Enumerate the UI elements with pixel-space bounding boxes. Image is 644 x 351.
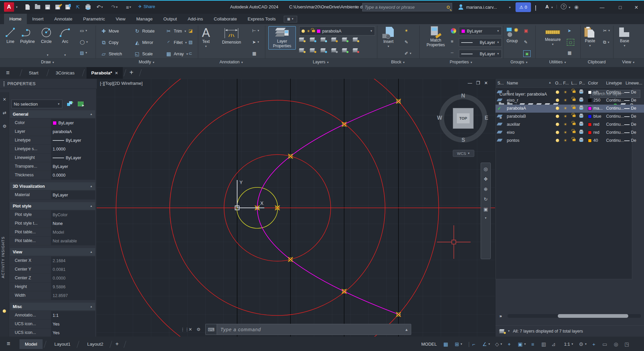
viewport-minimize-icon[interactable]: —: [466, 80, 474, 85]
viewport-close-icon[interactable]: ✕: [482, 80, 490, 85]
prop-row-plot-table-attached[interactable]: Plot table...Model: [10, 228, 95, 237]
section-view[interactable]: View▲: [10, 248, 95, 256]
create-block-tool[interactable]: ✶: [405, 28, 408, 33]
layer-prev-tool[interactable]: [331, 48, 337, 52]
dimension-style-tool[interactable]: ⊢▼: [252, 28, 260, 33]
filter-toggle-icon[interactable]: [499, 329, 505, 333]
activity-insights-tab[interactable]: ACTIVITY INSIGHTS: [1, 236, 5, 278]
prop-row-plot-style-table[interactable]: Plot style t...None: [10, 219, 95, 228]
snap-mode-toggle[interactable]: ⊞▼: [455, 340, 463, 348]
window-maximize-button[interactable]: □: [612, 1, 628, 14]
leader-tool[interactable]: ➤▼: [252, 40, 260, 45]
qat-save-button[interactable]: [44, 4, 52, 10]
prop-row-width[interactable]: Width12.8597: [10, 291, 95, 300]
section-plot-style[interactable]: Plot style▲: [10, 202, 95, 210]
copy-clip-tool[interactable]: ⧉▼: [603, 40, 610, 45]
selection-cycling-toggle[interactable]: ▥: [541, 340, 546, 348]
window-close-button[interactable]: ✕: [629, 1, 644, 14]
palette-close-icon[interactable]: ✕: [0, 97, 9, 102]
layer-properties-button[interactable]: Layer Properties: [268, 26, 296, 50]
fillet-tool[interactable]: ◜Fillet▼: [166, 40, 187, 46]
layer-on-icon[interactable]: [556, 131, 559, 134]
ribbon-tab-manage[interactable]: Manage: [131, 14, 158, 24]
title-expand-icon[interactable]: ▸: [356, 5, 358, 9]
select-all-tool[interactable]: ▢: [567, 39, 574, 46]
layer-plot-icon[interactable]: [579, 91, 583, 93]
layer-plot-icon[interactable]: [579, 139, 583, 141]
qat-new-button[interactable]: [23, 4, 32, 10]
file-tab-start[interactable]: Start: [24, 67, 43, 79]
layer-on-icon[interactable]: [556, 123, 559, 126]
navigation-bar[interactable]: ◎ ✥ ⊕ ↻ ▣ ▼: [481, 163, 491, 259]
prop-row-linetype-scale[interactable]: Linetype s...1.0000: [10, 145, 95, 154]
qat-customize-button[interactable]: ≡▼: [125, 4, 133, 10]
block-panel-title[interactable]: Block ▼: [377, 60, 419, 64]
wcs-menu[interactable]: WCS▼: [453, 150, 474, 157]
layer-plot-icon[interactable]: [579, 131, 583, 133]
file-tab-3conicas[interactable]: 3Cónicas: [51, 67, 79, 79]
layer-lock-icon[interactable]: [573, 91, 576, 93]
polar-tracking-toggle[interactable]: ∠▼: [482, 340, 490, 348]
prop-row-annotation-scale[interactable]: Annotatio...1:1: [10, 311, 95, 320]
command-history-icon[interactable]: ▲: [402, 328, 411, 332]
prop-row-thickness[interactable]: Thickness0.0000: [10, 171, 95, 180]
arc-tool[interactable]: Arc: [59, 27, 71, 44]
ribbon-tab-addins[interactable]: Add-ins: [182, 14, 208, 24]
layer-table-hscrollbar[interactable]: [507, 314, 641, 318]
ribbon-tab-parametric[interactable]: Parametric: [78, 14, 110, 24]
rotate-tool[interactable]: ↻Rotate: [134, 28, 155, 34]
arc-flyout-caret-icon[interactable]: ▼: [64, 54, 66, 57]
layer-plot-icon[interactable]: [579, 115, 583, 117]
layer-color-swatch[interactable]: [588, 123, 592, 126]
clean-screen-button[interactable]: ◳: [625, 340, 629, 348]
command-line[interactable]: ⌨ ▲: [205, 324, 411, 335]
insert-block-button[interactable]: Insert▼: [382, 27, 394, 48]
layer-row[interactable]: parabolaB ☀ blue Continu... De: [495, 113, 644, 121]
layer-lock-icon[interactable]: [573, 99, 576, 101]
prop-row-center-z[interactable]: Center Z0.0000: [10, 274, 95, 283]
grid-display-toggle[interactable]: ▦: [443, 340, 448, 348]
viewcube-west[interactable]: W: [437, 115, 442, 121]
scale-tool[interactable]: ◱Scale: [134, 51, 153, 57]
new-layout-button[interactable]: +: [115, 341, 119, 347]
help-search-input[interactable]: [365, 5, 447, 10]
prop-row-linetype[interactable]: LinetypeByLayer: [10, 136, 95, 145]
palette-autohide-icon[interactable]: ⇄: [0, 110, 9, 115]
quick-calculator-tool[interactable]: ▦: [568, 50, 572, 55]
match-properties-button[interactable]: Match Properties: [423, 26, 448, 48]
status-menu-icon[interactable]: ≡: [7, 340, 10, 347]
trim-tool[interactable]: ✂Trim▼: [166, 28, 186, 34]
prop-row-plot-style[interactable]: Plot styleByColor: [10, 211, 95, 219]
layer-lock-tool[interactable]: [331, 38, 337, 42]
command-prompt-icon[interactable]: ⌨: [206, 324, 217, 335]
object-color-dropdown[interactable]: ByLayer▼: [459, 27, 502, 35]
cmdline-customize-icon[interactable]: ⚙: [197, 327, 201, 332]
table-tool[interactable]: ▦: [252, 51, 256, 56]
modify-panel-title[interactable]: Modify ▼: [96, 60, 198, 64]
ellipse-tool[interactable]: ◯▼: [80, 40, 88, 45]
prop-row-lineweight[interactable]: LineweightByLayer: [10, 154, 95, 162]
layer-freeze-icon[interactable]: ☀: [564, 114, 567, 119]
layers-panel-title[interactable]: Layers ▼: [265, 60, 377, 64]
layer-name[interactable]: eixo_r: [507, 98, 518, 103]
write-block-tool[interactable]: ✎: [405, 40, 408, 45]
text-tool[interactable]: A Text▼: [202, 27, 210, 48]
app-menu-caret-icon[interactable]: ▼: [15, 6, 18, 9]
group-button[interactable]: ✸ Group: [506, 27, 519, 44]
window-minimize-button[interactable]: —: [594, 1, 610, 14]
layer-color-swatch[interactable]: [588, 107, 592, 110]
layer-color-swatch[interactable]: [588, 99, 592, 102]
layer-freeze-icon[interactable]: ☀: [564, 98, 567, 103]
qat-save-mobile-button[interactable]: [64, 4, 72, 10]
layer-freeze-icon[interactable]: ☀: [564, 106, 567, 111]
showmotion-icon[interactable]: ▣: [483, 207, 488, 212]
ungroup-tool[interactable]: ▣: [524, 28, 528, 33]
model-tab[interactable]: Model: [19, 339, 43, 349]
base-view-button[interactable]: Base▼: [619, 27, 631, 47]
line-tool[interactable]: Line: [5, 27, 16, 44]
stretch-tool[interactable]: ▱Stretch: [101, 51, 122, 57]
layer-name[interactable]: pontos: [507, 138, 520, 143]
file-tabs-menu-icon[interactable]: ≡: [6, 69, 10, 76]
prop-row-ucs-icon-origin[interactable]: UCS icon...Yes: [10, 329, 95, 337]
layer-on-tool[interactable]: [353, 38, 358, 42]
